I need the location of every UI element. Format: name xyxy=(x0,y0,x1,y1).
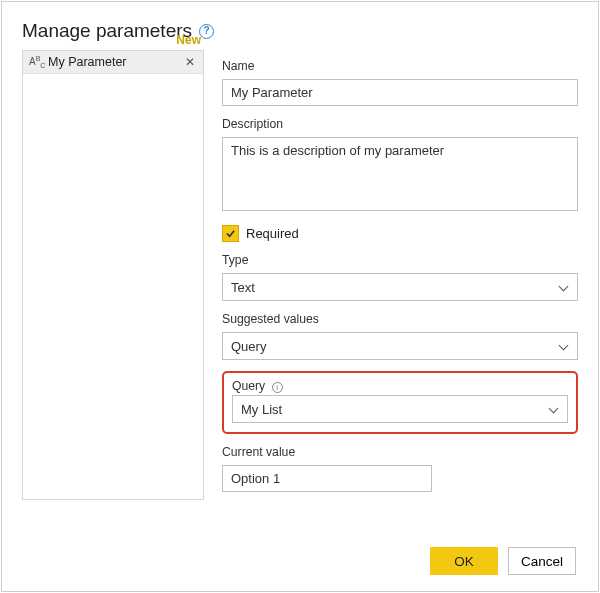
new-parameter-link[interactable]: New xyxy=(176,33,201,47)
chevron-down-icon xyxy=(559,282,569,292)
suggested-values-value: Query xyxy=(231,339,266,354)
parameter-form: Name Description Required Type Text Sugg… xyxy=(222,50,578,500)
current-value-label: Current value xyxy=(222,445,578,459)
cancel-button[interactable]: Cancel xyxy=(508,547,576,575)
type-value: Text xyxy=(231,280,255,295)
checkmark-icon xyxy=(225,228,236,239)
page-title: Manage parameters xyxy=(22,20,192,42)
dialog-window: Manage parameters ? New ABC My Parameter… xyxy=(1,1,599,592)
parameter-name-label: My Parameter xyxy=(48,55,178,69)
dialog-content: New ABC My Parameter ✕ Name Description … xyxy=(2,50,598,500)
suggested-values-label: Suggested values xyxy=(222,312,578,326)
type-select[interactable]: Text xyxy=(222,273,578,301)
description-label: Description xyxy=(222,117,578,131)
parameter-list-item[interactable]: ABC My Parameter ✕ xyxy=(23,51,203,74)
help-icon[interactable]: ? xyxy=(199,24,214,39)
query-label-text: Query xyxy=(232,379,265,393)
type-label: Type xyxy=(222,253,578,267)
required-checkbox-row[interactable]: Required xyxy=(222,225,578,242)
parameter-list: New ABC My Parameter ✕ xyxy=(22,50,204,500)
query-value: My List xyxy=(241,402,282,417)
query-highlight: Query i My List xyxy=(222,371,578,434)
ok-button[interactable]: OK xyxy=(430,547,498,575)
name-input[interactable] xyxy=(222,79,578,106)
text-type-icon: ABC xyxy=(29,55,43,69)
current-value-input[interactable] xyxy=(222,465,432,492)
required-label: Required xyxy=(246,226,299,241)
query-label: Query i xyxy=(232,379,568,393)
info-icon[interactable]: i xyxy=(272,382,283,393)
query-select[interactable]: My List xyxy=(232,395,568,423)
chevron-down-icon xyxy=(559,341,569,351)
required-checkbox[interactable] xyxy=(222,225,239,242)
dialog-header: Manage parameters ? xyxy=(2,2,598,50)
name-label: Name xyxy=(222,59,578,73)
chevron-down-icon xyxy=(549,404,559,414)
suggested-values-select[interactable]: Query xyxy=(222,332,578,360)
dialog-footer: OK Cancel xyxy=(430,547,576,575)
delete-parameter-icon[interactable]: ✕ xyxy=(183,55,197,69)
description-input[interactable] xyxy=(222,137,578,211)
